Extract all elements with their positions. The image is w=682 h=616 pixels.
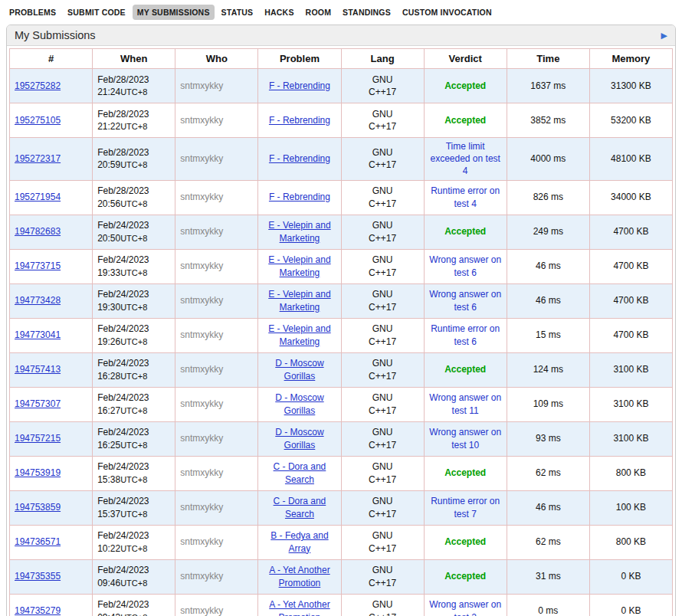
submission-id-link[interactable]: 194753859: [15, 502, 61, 513]
submission-row: 195275105Feb/28/202321:22UTC+8sntmxykkyF…: [10, 103, 673, 138]
submission-lang: GNUC++17: [341, 180, 424, 215]
submission-id-link[interactable]: 194736571: [15, 536, 61, 547]
submission-author-link[interactable]: sntmxykky: [180, 329, 223, 340]
submission-lang: GNUC++17: [341, 421, 424, 456]
timezone-label: UTC+8: [120, 87, 147, 97]
memory-used: 48100 KB: [589, 138, 672, 181]
nav-item-submit-code[interactable]: SUBMIT CODE: [63, 5, 130, 20]
memory-used: 4700 KB: [589, 215, 672, 249]
execution-time: 826 ms: [507, 180, 589, 215]
submission-id-link[interactable]: 194773428: [15, 295, 61, 306]
submission-id-link[interactable]: 195275105: [15, 115, 61, 126]
problem-link[interactable]: E - Velepin and Marketing: [268, 289, 330, 312]
submission-id-link[interactable]: 194757307: [15, 398, 61, 409]
verdict-text: Accepted: [444, 226, 486, 237]
submission-id-link[interactable]: 195271954: [15, 192, 61, 202]
submissions-table-wrap: #WhenWhoProblemLangVerdictTimeMemory 195…: [7, 46, 675, 616]
submission-author-link[interactable]: sntmxykky: [180, 192, 223, 202]
submission-author-link[interactable]: sntmxykky: [180, 605, 223, 616]
problem-link[interactable]: F - Rebrending: [269, 153, 330, 164]
execution-time: 62 ms: [507, 525, 589, 559]
submission-row: 194757307Feb/24/202316:27UTC+8sntmxykkyD…: [10, 387, 673, 421]
submission-id-link[interactable]: 194757413: [15, 364, 61, 375]
nav-item-room[interactable]: ROOM: [301, 5, 336, 20]
submission-author-link[interactable]: sntmxykky: [180, 260, 223, 271]
nav-item-hacks[interactable]: HACKS: [260, 5, 298, 20]
verdict-text: Runtime error on test 7: [431, 496, 500, 519]
submission-when: Feb/28/202321:24UTC+8: [93, 69, 175, 103]
collapse-arrow-icon[interactable]: ▶: [661, 31, 667, 40]
memory-used: 3100 KB: [589, 421, 672, 456]
submission-author-link[interactable]: sntmxykky: [180, 226, 223, 237]
submission-lang: GNUC++17: [341, 594, 424, 616]
execution-time: 62 ms: [507, 456, 589, 490]
execution-time: 93 ms: [507, 421, 589, 456]
problem-link[interactable]: D - Moscow Gorillas: [275, 392, 323, 415]
problem-link[interactable]: B - Fedya and Array: [271, 530, 328, 553]
submission-id-link[interactable]: 194773041: [15, 329, 61, 340]
submission-lang: GNUC++17: [341, 387, 424, 421]
memory-used: 800 KB: [589, 456, 672, 490]
problem-link[interactable]: D - Moscow Gorillas: [275, 358, 323, 381]
problem-link[interactable]: F - Rebrending: [269, 115, 330, 126]
timezone-label: UTC+8: [120, 199, 147, 208]
problem-link[interactable]: C - Dora and Search: [274, 496, 326, 519]
problem-link[interactable]: F - Rebrending: [269, 192, 330, 202]
panel-title: My Submissions: [15, 29, 96, 41]
submission-id-link[interactable]: 194735355: [15, 571, 61, 582]
nav-item-standings[interactable]: STANDINGS: [338, 5, 395, 20]
submission-id-link[interactable]: 195275282: [15, 80, 61, 91]
problem-link[interactable]: D - Moscow Gorillas: [275, 427, 323, 450]
submission-id-link[interactable]: 194735279: [15, 605, 61, 616]
submission-author-link[interactable]: sntmxykky: [180, 295, 223, 306]
my-submissions-panel: My Submissions ▶ #WhenWhoProblemLangVerd…: [6, 25, 676, 616]
nav-item-problems[interactable]: PROBLEMS: [5, 5, 61, 20]
timezone-label: UTC+8: [120, 268, 147, 277]
submission-when: Feb/24/202319:33UTC+8: [93, 249, 175, 283]
submission-author-link[interactable]: sntmxykky: [180, 115, 223, 126]
timezone-label: UTC+8: [120, 475, 147, 484]
problem-link[interactable]: E - Velepin and Marketing: [268, 254, 330, 277]
col-header-who: Who: [175, 49, 258, 69]
submission-author-link[interactable]: sntmxykky: [180, 364, 223, 375]
submission-row: 194735279Feb/24/202309:43UTC+8sntmxykkyA…: [10, 594, 673, 616]
submission-author-link[interactable]: sntmxykky: [180, 536, 223, 547]
submission-author-link[interactable]: sntmxykky: [180, 398, 223, 409]
submission-row: 195271954Feb/28/202320:56UTC+8sntmxykkyF…: [10, 180, 673, 215]
submission-id-link[interactable]: 194753919: [15, 467, 61, 478]
submission-author-link[interactable]: sntmxykky: [180, 571, 223, 582]
submission-id-link[interactable]: 194773715: [15, 260, 61, 271]
problem-link[interactable]: E - Velepin and Marketing: [268, 323, 330, 346]
panel-caption: My Submissions ▶: [7, 25, 675, 46]
submission-author-link[interactable]: sntmxykky: [180, 153, 223, 164]
submission-id-link[interactable]: 195272317: [15, 153, 61, 164]
submission-author-link[interactable]: sntmxykky: [180, 467, 223, 478]
submission-author-link[interactable]: sntmxykky: [180, 502, 223, 513]
col-header-when: When: [93, 49, 175, 69]
submission-when: Feb/24/202315:38UTC+8: [93, 456, 175, 490]
execution-time: 3852 ms: [507, 103, 589, 138]
submission-when: Feb/24/202316:25UTC+8: [93, 421, 175, 456]
submission-row: 194773428Feb/24/202319:30UTC+8sntmxykkyE…: [10, 283, 673, 318]
verdict-text: Wrong answer on test 6: [429, 254, 501, 277]
execution-time: 4000 ms: [507, 138, 589, 181]
nav-item-custom-invocation[interactable]: CUSTOM INVOCATION: [398, 5, 497, 20]
problem-link[interactable]: A - Yet Another Promotion: [269, 599, 330, 616]
problem-link[interactable]: E - Velepin and Marketing: [268, 220, 330, 243]
submission-when: Feb/24/202319:30UTC+8: [93, 283, 175, 318]
problem-link[interactable]: A - Yet Another Promotion: [269, 565, 330, 588]
submission-row: 194757413Feb/24/202316:28UTC+8sntmxykkyD…: [10, 352, 673, 387]
submission-id-link[interactable]: 194757215: [15, 433, 61, 444]
submission-author-link[interactable]: sntmxykky: [180, 80, 223, 91]
submission-row: 194735355Feb/24/202309:46UTC+8sntmxykkyA…: [10, 559, 673, 594]
submission-lang: GNUC++17: [341, 249, 424, 283]
submission-id-link[interactable]: 194782683: [15, 226, 61, 237]
col-header-time: Time: [507, 49, 589, 69]
submission-author-link[interactable]: sntmxykky: [180, 433, 223, 444]
verdict-text: Wrong answer on test 10: [429, 427, 501, 450]
problem-link[interactable]: C - Dora and Search: [274, 461, 326, 484]
problem-link[interactable]: F - Rebrending: [269, 80, 330, 91]
submission-row: 194736571Feb/24/202310:22UTC+8sntmxykkyB…: [10, 525, 673, 559]
nav-item-my-submissions[interactable]: MY SUBMISSIONS: [133, 5, 215, 20]
nav-item-status[interactable]: STATUS: [217, 5, 258, 20]
